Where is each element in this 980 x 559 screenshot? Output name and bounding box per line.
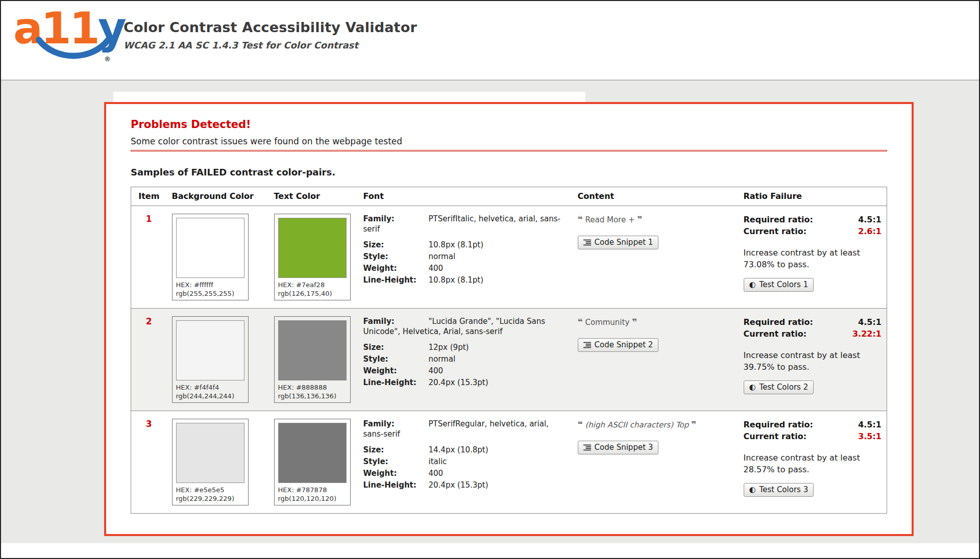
font-size-line: Size:14.4px (10.8pt) xyxy=(363,445,568,455)
font-size-line: Size:12px (9pt) xyxy=(363,342,568,352)
a11y-logo: a11y ® xyxy=(13,6,115,75)
line-height-label: Line-Height: xyxy=(363,275,429,285)
current-ratio-label: Current ratio: xyxy=(744,328,807,340)
problems-subtitle: Some color contrast issues were found on… xyxy=(131,136,887,146)
font-family-label: Family: xyxy=(363,419,429,429)
font-size-label: Size: xyxy=(363,445,429,455)
line-height-label: Line-Height: xyxy=(363,377,429,388)
red-divider xyxy=(131,150,887,151)
font-size-line: Size:10.8px (8.1pt) xyxy=(363,240,568,250)
font-size-label: Size: xyxy=(363,240,429,250)
line-height-label: Line-Height: xyxy=(363,480,429,490)
font-size-label: Size: xyxy=(363,342,429,352)
code-snippet-label: Code Snippet 2 xyxy=(595,340,653,349)
content-cell: ❝(high ASCII characters) Top❞ Code Snipp… xyxy=(573,411,739,514)
swatch-rgb: rgb(244,244,244) xyxy=(176,392,244,400)
required-ratio-label: Required ratio: xyxy=(744,419,813,430)
table-row: 1 HEX: #ffffff rgb(255,255,255) xyxy=(131,206,887,309)
color-swatch xyxy=(278,320,347,380)
header-ratio-failure: Ratio Failure xyxy=(739,187,887,206)
font-weight-value: 400 xyxy=(429,366,444,375)
table-row: 2 HEX: #f4f4f4 rgb(244,244,244) xyxy=(131,309,887,411)
required-ratio-value: 4.5:1 xyxy=(858,214,881,225)
ratio-failure-cell: Required ratio:4.5:1 Current ratio:3.22:… xyxy=(739,309,887,411)
current-ratio-label: Current ratio: xyxy=(744,430,807,442)
contrast-icon: ◐ xyxy=(749,384,756,391)
content-cell: ❝Community❞ Code Snippet 2 xyxy=(573,309,739,411)
font-style-label: Style: xyxy=(363,251,429,262)
header-item: Item xyxy=(131,187,167,206)
line-height-value: 20.4px (15.3pt) xyxy=(429,378,488,387)
close-quote-icon: ❞ xyxy=(632,317,637,327)
test-colors-button[interactable]: ◐ Test Colors 3 xyxy=(744,483,814,497)
font-weight-value: 400 xyxy=(429,469,444,478)
required-ratio-label: Required ratio: xyxy=(744,316,813,328)
text-color-swatch: HEX: #7eaf28 rgb(126,175,40) xyxy=(274,214,351,300)
samples-heading: Samples of FAILED contrast color-pairs. xyxy=(131,167,887,177)
swatch-hex: HEX: #e5e5e5 xyxy=(176,486,244,494)
font-weight-label: Weight: xyxy=(363,263,429,273)
item-cell: 3 xyxy=(131,411,167,514)
font-style-label: Style: xyxy=(363,354,429,364)
test-colors-label: Test Colors 3 xyxy=(760,485,808,494)
color-swatch xyxy=(278,423,347,483)
font-style-line: Style:normal xyxy=(363,354,568,364)
ratio-message: Increase contrast by at least 28.57% to … xyxy=(744,452,882,475)
text-color-cell: HEX: #7eaf28 rgb(126,175,40) xyxy=(269,206,358,309)
swatch-caption: HEX: #7eaf28 rgb(126,175,40) xyxy=(278,278,347,298)
code-snippet-button[interactable]: Code Snippet 2 xyxy=(578,338,659,352)
background-color-cell: HEX: #e5e5e5 rgb(229,229,229) xyxy=(167,411,269,514)
close-quote-icon: ❞ xyxy=(637,214,642,224)
header-text-color: Text Color xyxy=(269,187,358,206)
logo-arc-icon xyxy=(35,36,112,64)
swatch-caption: HEX: #ffffff rgb(255,255,255) xyxy=(176,278,244,298)
font-family-label: Family: xyxy=(363,316,429,326)
code-snippet-button[interactable]: Code Snippet 3 xyxy=(578,441,659,454)
contrast-icon: ◐ xyxy=(749,486,756,494)
required-ratio-line: Required ratio:4.5:1 xyxy=(744,214,882,225)
font-size-value: 12px (9pt) xyxy=(429,343,469,352)
content-quote: ❝Read More +❞ xyxy=(578,214,733,225)
font-weight-line: Weight:400 xyxy=(363,366,568,376)
code-snippet-button[interactable]: Code Snippet 1 xyxy=(578,236,659,249)
line-height-line: Line-Height:10.8px (8.1pt) xyxy=(363,275,568,285)
required-ratio-value: 4.5:1 xyxy=(858,316,881,328)
close-quote-icon: ❞ xyxy=(691,419,696,429)
item-cell: 1 xyxy=(131,206,167,309)
font-weight-line: Weight:400 xyxy=(363,263,568,273)
current-ratio-label: Current ratio: xyxy=(744,225,807,237)
item-cell: 2 xyxy=(131,309,167,411)
problems-heading: Problems Detected! xyxy=(131,118,887,131)
ratio-failure-cell: Required ratio:4.5:1 Current ratio:3.5:1… xyxy=(739,411,887,514)
color-swatch xyxy=(176,423,244,483)
font-style-value: italic xyxy=(429,457,447,466)
line-height-value: 10.8px (8.1pt) xyxy=(429,275,484,285)
swatch-hex: HEX: #f4f4f4 xyxy=(176,383,244,392)
content-text: Community xyxy=(585,318,629,327)
text-color-cell: HEX: #787878 rgb(120,120,120) xyxy=(269,411,358,514)
app-header: a11y ® Color Contrast Accessibility Vali… xyxy=(1,1,979,81)
color-swatch xyxy=(176,320,244,380)
item-number: 3 xyxy=(146,419,152,429)
content-quote: ❝Community❞ xyxy=(578,316,733,328)
line-height-value: 20.4px (15.3pt) xyxy=(429,480,488,490)
text-color-swatch: HEX: #787878 rgb(120,120,120) xyxy=(274,419,351,505)
swatch-caption: HEX: #888888 rgb(136,136,136) xyxy=(278,380,347,400)
footer-strip xyxy=(1,543,979,558)
open-quote-icon: ❝ xyxy=(578,317,583,327)
font-family-line: Family:PTSerifRegular, helvetica, arial,… xyxy=(363,419,568,439)
current-ratio-line: Current ratio:2.6:1 xyxy=(744,225,882,237)
table-header-row: Item Background Color Text Color Font Co… xyxy=(131,187,887,206)
required-ratio-line: Required ratio:4.5:1 xyxy=(744,316,882,328)
ratio-message: Increase contrast by at least 39.75% to … xyxy=(744,349,882,373)
page-subtitle: WCAG 2.1 AA SC 1.4.3 Test for Color Cont… xyxy=(124,40,417,50)
page-background: Problems Detected! Some color contrast i… xyxy=(1,81,979,543)
swatch-rgb: rgb(120,120,120) xyxy=(278,494,347,503)
font-cell: Family:"Lucida Grande", "Lucida Sans Uni… xyxy=(358,309,573,411)
test-colors-button[interactable]: ◐ Test Colors 2 xyxy=(744,380,814,394)
content-text: Read More + xyxy=(585,215,634,224)
test-colors-button[interactable]: ◐ Test Colors 1 xyxy=(744,278,814,292)
current-ratio-value: 3.5:1 xyxy=(858,430,881,442)
code-snippet-label: Code Snippet 3 xyxy=(595,443,653,452)
failed-pairs-table: Item Background Color Text Color Font Co… xyxy=(131,187,887,514)
